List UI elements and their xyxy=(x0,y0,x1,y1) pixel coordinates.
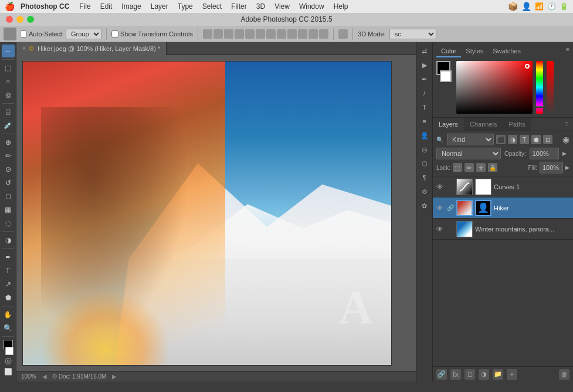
right-icon-flower[interactable]: ✿ xyxy=(418,199,431,212)
minimize-button[interactable] xyxy=(16,16,23,23)
right-icon-layers[interactable]: ≡ xyxy=(418,115,431,128)
lock-paint-icon[interactable]: ✏ xyxy=(464,163,474,172)
tool-zoom[interactable]: 🔍 xyxy=(2,322,15,335)
right-icon-pen[interactable]: ✒ xyxy=(418,73,431,86)
menu-type[interactable]: Type xyxy=(174,2,197,11)
link-layers-button[interactable]: 🔗 xyxy=(436,369,447,380)
tab-styles[interactable]: Styles xyxy=(461,46,488,57)
menu-filter[interactable]: Filter xyxy=(227,2,251,11)
close-button[interactable] xyxy=(6,16,13,23)
delete-layer-button[interactable]: 🗑 xyxy=(559,369,569,380)
tool-quick-select[interactable]: ◎ xyxy=(2,88,15,101)
add-mask-button[interactable]: ◻ xyxy=(464,369,475,380)
filter-adjustment-icon[interactable]: ◑ xyxy=(508,135,517,144)
status-arrow-left[interactable]: ◀ xyxy=(42,373,47,380)
maximize-button[interactable] xyxy=(27,16,34,23)
menu-view[interactable]: View xyxy=(270,2,294,11)
new-group-button[interactable]: 📁 xyxy=(493,369,503,380)
canvas-image[interactable]: A xyxy=(22,61,392,366)
color-panel-options[interactable]: ≡ xyxy=(566,46,569,57)
status-arrow-right[interactable]: ▶ xyxy=(112,373,117,380)
distribute-top-icon[interactable] xyxy=(298,29,307,39)
tab-color[interactable]: Color xyxy=(436,46,461,57)
align-top-icon[interactable] xyxy=(235,29,244,39)
tab-channels[interactable]: Channels xyxy=(464,118,503,131)
right-icon-person[interactable]: 👤 xyxy=(418,129,431,142)
right-icon-1[interactable]: ⇄ xyxy=(418,45,431,57)
new-adjustment-button[interactable]: ◑ xyxy=(479,369,489,380)
tool-crop[interactable]: ⌹ xyxy=(2,105,15,118)
threed-mode-select[interactable]: sc xyxy=(389,29,436,39)
autoselect-checkbox[interactable] xyxy=(20,30,27,38)
menu-image[interactable]: Image xyxy=(117,2,145,11)
tool-clone[interactable]: ⊙ xyxy=(2,163,15,176)
menu-window[interactable]: Window xyxy=(295,2,328,11)
autoselect-type-select[interactable]: Group Layer xyxy=(66,29,101,39)
align-right-icon[interactable] xyxy=(224,29,233,39)
tool-eyedropper[interactable]: 💉 xyxy=(2,119,15,132)
right-icon-cube[interactable]: ⬡ xyxy=(418,157,431,170)
right-icon-gear[interactable]: ⚙ xyxy=(418,185,431,198)
tool-shape[interactable]: ⬟ xyxy=(2,291,15,304)
tab-close-icon[interactable]: × xyxy=(22,45,26,52)
hue-slider[interactable] xyxy=(536,61,543,114)
blend-mode-select[interactable]: Normal Multiply Screen Overlay xyxy=(436,148,501,159)
extras-icon[interactable] xyxy=(338,29,348,39)
tool-brush[interactable]: ✏ xyxy=(2,149,15,162)
color-saturation-field[interactable] xyxy=(456,61,533,114)
lock-pixels-icon[interactable]: ⬚ xyxy=(453,163,462,172)
right-icon-play[interactable]: ▶ xyxy=(418,59,431,71)
layer-item-curves[interactable]: 👁 Curves 1 xyxy=(433,176,573,197)
tool-blur[interactable]: ◌ xyxy=(2,217,15,230)
layer-item-hiker[interactable]: 👁 🔗 👤 Hiker xyxy=(433,197,573,219)
tool-dodge[interactable]: ◑ xyxy=(2,234,15,247)
distribute-middle-icon[interactable] xyxy=(308,29,318,39)
kind-select[interactable]: Kind xyxy=(447,134,494,145)
align-bottom-icon[interactable] xyxy=(256,29,265,39)
opacity-input[interactable] xyxy=(530,148,559,159)
align-center-icon[interactable] xyxy=(213,29,223,39)
tool-type[interactable]: T xyxy=(2,264,15,277)
filter-toggle[interactable]: ◉ xyxy=(562,135,569,144)
background-swatch[interactable] xyxy=(440,70,452,82)
lock-move-icon[interactable]: ✛ xyxy=(476,163,486,172)
tool-hand[interactable]: ✋ xyxy=(2,308,15,321)
filter-smart-icon[interactable]: ⊡ xyxy=(543,135,552,144)
layer-visibility-hiker[interactable]: 👁 xyxy=(435,204,445,212)
right-icon-circle[interactable]: ◎ xyxy=(418,143,431,156)
quick-mask-icon[interactable]: ◎ xyxy=(5,356,12,365)
filter-pixel-icon[interactable]: ⬛ xyxy=(496,135,506,144)
menu-3d[interactable]: 3D xyxy=(252,2,269,11)
tool-history[interactable]: ↺ xyxy=(2,176,15,189)
opacity-arrow[interactable]: ▶ xyxy=(562,151,567,156)
tab-paths[interactable]: Paths xyxy=(503,118,531,131)
align-left-icon[interactable] xyxy=(203,29,212,39)
distribute-bottom-icon[interactable] xyxy=(319,29,328,39)
align-middle-icon[interactable] xyxy=(245,29,255,39)
screen-mode-icon[interactable]: ⬜ xyxy=(4,368,12,376)
layer-item-mountain[interactable]: 👁 Winter mountains, panora... xyxy=(433,219,573,240)
distribute-left-icon[interactable] xyxy=(266,29,276,39)
lock-all-icon[interactable]: 🔒 xyxy=(488,163,497,172)
apple-menu[interactable]: 🍎 xyxy=(5,2,15,11)
tool-eraser[interactable]: ◻ xyxy=(2,190,15,203)
menu-edit[interactable]: Edit xyxy=(96,2,117,11)
opacity-slider[interactable] xyxy=(547,61,554,114)
menu-file[interactable]: File xyxy=(75,2,94,11)
tool-spot-heal[interactable]: ⊕ xyxy=(2,136,15,149)
tool-marquee[interactable]: ⬚ xyxy=(2,62,15,74)
fill-arrow-icon[interactable]: ▶ xyxy=(565,165,569,171)
dropbox-icon[interactable]: 📦 xyxy=(508,2,518,11)
layers-panel-options-icon[interactable]: ≡ xyxy=(560,118,573,131)
tool-gradient[interactable]: ▦ xyxy=(2,203,15,216)
layer-effects-button[interactable]: fx xyxy=(450,369,461,380)
menu-help[interactable]: Help xyxy=(330,2,352,11)
transform-controls-checkbox[interactable] xyxy=(111,30,118,38)
fill-input[interactable] xyxy=(540,162,563,173)
canvas-tab-hiker[interactable]: × © Hiker.jpeg @ 100% (Hiker, Layer Mask… xyxy=(16,42,167,55)
tool-pen[interactable]: ✒ xyxy=(2,251,15,264)
layer-visibility-curves[interactable]: 👁 xyxy=(435,183,445,191)
layer-visibility-mountain[interactable]: 👁 xyxy=(435,225,445,233)
new-layer-button[interactable]: + xyxy=(507,369,517,380)
tool-lasso[interactable]: ○ xyxy=(2,75,15,88)
